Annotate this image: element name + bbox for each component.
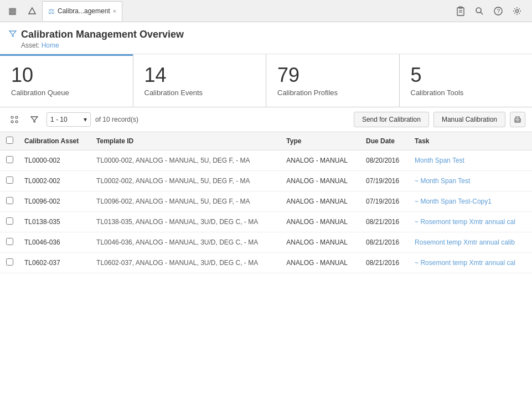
row-due-date-2: 07/19/2016 [360,191,409,211]
col-header-asset: Calibration Asset [19,132,91,150]
row-task-5: ~ Rosemont temp Xmtr annual cal [409,252,532,273]
row-due-date-0: 08/20/2016 [360,150,409,170]
row-template-5: TL0602-037, ANALOG - MANUAL, 3U/D, DEG C… [91,252,281,273]
row-due-date-5: 08/21/2016 [360,252,409,273]
svg-marker-0 [29,8,35,14]
row-checkbox-0[interactable] [6,156,13,163]
svg-point-10 [11,116,13,118]
table-body: TL0000-002 TL0000-002, ANALOG - MANUAL, … [0,150,532,273]
svg-point-5 [476,8,481,13]
table-row: TL0602-037 TL0602-037, ANALOG - MANUAL, … [0,252,532,273]
svg-line-6 [481,12,483,14]
row-type-4: ANALOG - MANUAL [281,232,360,252]
tools-icon[interactable] [7,112,22,127]
row-checkbox-cell [0,170,19,191]
col-header-type: Type [281,132,360,150]
tree-tab-icon[interactable] [22,1,42,21]
calibration-management-tab[interactable]: ⚖ Calibra...agement × [42,1,122,21]
row-checkbox-cell [0,211,19,232]
stat-card-queue[interactable]: 10 Calibration Queue [0,54,133,107]
row-due-date-1: 07/19/2016 [360,170,409,191]
row-template-1: TL0002-002, ANALOG - MANUAL, 5U, DEG F, … [91,170,281,191]
row-checkbox-4[interactable] [6,238,13,245]
tab-icon-scales: ⚖ [48,7,55,15]
svg-text:?: ? [497,8,500,14]
row-task-4: Rosemont temp Xmtr annual calib [409,232,532,252]
breadcrumb-home-link[interactable]: Home [42,41,59,49]
page-header: Calibration Management Overview Asset: H… [0,22,532,54]
print-button[interactable] [510,112,525,127]
send-calibration-button[interactable]: Send for Calibration [354,112,429,127]
col-header-due-date: Due Date [360,132,409,150]
task-link-5[interactable]: ~ Rosemont temp Xmtr annual cal [415,259,515,267]
row-task-0: Month Span Test [409,150,532,170]
svg-point-11 [16,116,18,118]
help-icon[interactable]: ? [490,3,507,19]
row-template-2: TL0096-002, ANALOG - MANUAL, 5U, DEG F, … [91,191,281,211]
row-checkbox-cell [0,150,19,170]
pager-value: 1 - 10 [50,116,68,123]
svg-rect-1 [457,8,464,15]
page-title: Calibration Management Overview [21,29,184,40]
stat-label-queue: Calibration Queue [11,89,122,97]
stats-row: 10 Calibration Queue 14 Calibration Even… [0,54,532,107]
search-icon[interactable] [471,3,488,19]
col-header-task: Task [409,132,532,150]
stat-number-profiles: 79 [277,64,388,86]
table-row: TL0046-036 TL0046-036, ANALOG - MANUAL, … [0,232,532,252]
filter-icon[interactable] [27,112,42,127]
table-container: Calibration Asset Template ID Type Due D… [0,132,532,400]
breadcrumb: Asset: Home [9,41,523,49]
record-count: of 10 record(s) [95,116,138,123]
settings-icon[interactable] [509,3,525,19]
row-checkbox-cell [0,252,19,273]
task-link-3[interactable]: ~ Rosemont temp Xmtr annual cal [415,218,515,226]
tab-bar: ▦ ⚖ Calibra...agement × ? [0,0,532,22]
row-checkbox-2[interactable] [6,197,13,204]
table-row: TL0138-035 TL0138-035, ANALOG - MANUAL, … [0,211,532,232]
row-asset-1: TL0002-002 [19,170,91,191]
tab-close-button[interactable]: × [113,8,116,14]
top-icons: ? [452,3,530,19]
row-asset-2: TL0096-002 [19,191,91,211]
row-checkbox-3[interactable] [6,217,13,225]
clipboard-icon[interactable] [452,3,469,19]
row-checkbox-1[interactable] [6,176,13,184]
pager-select[interactable]: 1 - 10 ▾ [47,112,91,127]
manual-calibration-button[interactable]: Manual Calibration [433,112,505,127]
row-task-2: ~ Month Span Test-Copy1 [409,191,532,211]
row-asset-0: TL0000-002 [19,150,91,170]
stat-number-tools: 5 [411,64,521,86]
row-type-0: ANALOG - MANUAL [281,150,360,170]
row-task-1: ~ Month Span Test [409,170,532,191]
svg-point-13 [16,121,18,123]
pager-chevron: ▾ [84,116,87,123]
stat-card-tools[interactable]: 5 Calibration Tools [400,54,533,107]
task-link-0[interactable]: Month Span Test [415,157,464,164]
task-link-4[interactable]: Rosemont temp Xmtr annual calib [415,238,515,246]
row-checkbox-cell [0,191,19,211]
table-row: TL0002-002 TL0002-002, ANALOG - MANUAL, … [0,170,532,191]
dashboard-tab-icon[interactable]: ▦ [2,1,22,21]
row-checkbox-5[interactable] [6,258,13,266]
svg-rect-15 [516,120,519,122]
row-template-3: TL0138-035, ANALOG - MANUAL, 3U/D, DEG C… [91,211,281,232]
breadcrumb-label: Asset: [21,41,39,49]
stat-label-tools: Calibration Tools [411,89,521,97]
row-checkbox-cell [0,232,19,252]
stat-number-queue: 10 [11,64,122,86]
checkbox-header [0,132,19,150]
stat-label-events: Calibration Events [144,89,255,97]
stat-card-events[interactable]: 14 Calibration Events [133,54,267,107]
tab-label: Calibra...agement [58,7,110,15]
row-type-2: ANALOG - MANUAL [281,191,360,211]
task-link-1[interactable]: ~ Month Span Test [415,177,470,185]
stat-card-profiles[interactable]: 79 Calibration Profiles [266,54,400,107]
table-header-row: Calibration Asset Template ID Type Due D… [0,132,532,150]
select-all-checkbox[interactable] [6,137,13,144]
col-header-template: Template ID [91,132,281,150]
row-asset-3: TL0138-035 [19,211,91,232]
page-filter-icon[interactable] [9,30,17,39]
row-type-3: ANALOG - MANUAL [281,211,360,232]
task-link-2[interactable]: ~ Month Span Test-Copy1 [415,198,492,205]
